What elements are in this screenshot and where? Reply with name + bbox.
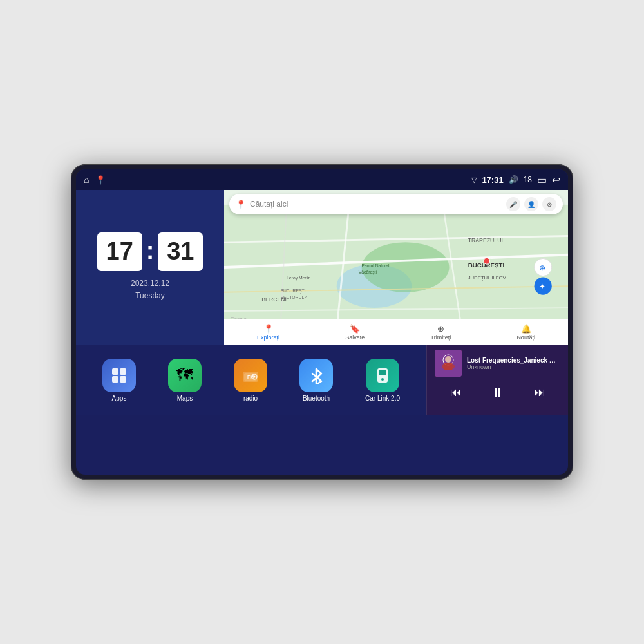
top-section: 17 : 31 2023.12.12 Tuesday (76, 190, 568, 345)
svg-rect-41 (444, 363, 452, 370)
music-title: Lost Frequencies_Janieck Devy-... (467, 357, 560, 364)
clock-minute: 31 (158, 232, 203, 271)
apps-icon (102, 359, 136, 392)
svg-point-40 (445, 356, 451, 363)
app-item-carlink[interactable]: Car Link 2.0 (365, 359, 400, 402)
music-player: Lost Frequencies_Janieck Devy-... Unknow… (426, 345, 568, 415)
status-time: 17:31 (482, 175, 503, 185)
svg-rect-35 (379, 370, 386, 375)
map-tab-noutati[interactable]: 🔔 Noutăți (516, 324, 535, 341)
map-search-bar[interactable]: 📍 Căutați aici 🎤 👤 ⊗ (229, 194, 563, 214)
next-button[interactable]: ⏭ (528, 381, 551, 404)
explorati-icon: 📍 (263, 324, 274, 334)
prev-button[interactable]: ⏮ (444, 381, 468, 404)
clock-hour: 17 (97, 232, 142, 271)
map-bottom-tabs: 📍 Explorați 🔖 Salvate ⊕ Trimiteți 🔔 (224, 319, 568, 345)
music-thumbnail (435, 350, 462, 377)
home-icon[interactable]: ⌂ (84, 175, 89, 185)
music-text: Lost Frequencies_Janieck Devy-... Unknow… (467, 357, 560, 370)
svg-rect-25 (112, 368, 118, 375)
trimiteti-label: Trimiteți (431, 334, 451, 341)
svg-point-19 (484, 258, 490, 264)
svg-rect-26 (120, 368, 126, 375)
map-tab-salvate[interactable]: 🔖 Salvate (345, 324, 365, 341)
explorati-label: Explorați (257, 334, 279, 341)
map-tab-explorati[interactable]: 📍 Explorați (257, 324, 279, 341)
music-controls: ⏮ ⏸ ⏭ (435, 381, 560, 404)
signal-icon: ▽ (471, 176, 477, 184)
bottom-section: Apps 🗺 Maps FM (76, 345, 568, 415)
svg-text:TRAPEZULUI: TRAPEZULUI (468, 237, 503, 243)
clock-date: 2023.12.12 Tuesday (131, 278, 169, 302)
volume-icon: 🔊 (509, 175, 518, 184)
trimiteti-icon: ⊕ (437, 324, 444, 334)
status-bar: ⌂ 📍 ▽ 17:31 🔊 18 ▭ ↩ (76, 169, 568, 190)
app-item-apps[interactable]: Apps (102, 359, 136, 402)
apps-label: Apps (112, 395, 127, 402)
app-item-radio[interactable]: FM radio (234, 359, 267, 402)
salvate-icon: 🔖 (350, 324, 360, 334)
carlink-icon (366, 359, 399, 392)
map-search-placeholder: Căutați aici (250, 200, 502, 209)
map-pin-icon: 📍 (236, 200, 246, 209)
account-icon[interactable]: 👤 (524, 197, 538, 211)
map-widget[interactable]: TRAPEZULUI BUCUREȘTI JUDEȚUL ILFOV BERCE… (224, 190, 568, 345)
voice-search-icon[interactable]: 🎤 (506, 197, 520, 211)
car-head-unit: ⌂ 📍 ▽ 17:31 🔊 18 ▭ ↩ 17 : (71, 164, 573, 480)
salvate-label: Salvate (345, 334, 365, 341)
clock-widget: 17 : 31 2023.12.12 Tuesday (76, 190, 224, 345)
battery-icon: ▭ (537, 174, 547, 186)
svg-text:⊕: ⊕ (539, 263, 545, 272)
clock-colon: : (146, 238, 155, 263)
maps-icon: 🗺 (168, 359, 202, 392)
maps-label: Maps (177, 395, 193, 402)
svg-point-33 (254, 375, 256, 377)
app-item-maps[interactable]: 🗺 Maps (168, 359, 202, 402)
bluetooth-icon (299, 359, 333, 392)
music-info-row: Lost Frequencies_Janieck Devy-... Unknow… (435, 350, 560, 377)
radio-label: radio (243, 395, 258, 402)
svg-text:BUCUREȘTI: BUCUREȘTI (280, 289, 305, 294)
bluetooth-label: Bluetooth (303, 395, 330, 402)
svg-point-36 (381, 378, 384, 381)
svg-text:Parcul Natural: Parcul Natural (362, 263, 390, 268)
svg-rect-28 (120, 376, 126, 383)
radio-icon: FM (234, 359, 267, 392)
svg-text:Văcărești: Văcărești (359, 270, 377, 275)
svg-text:JUDEȚUL ILFOV: JUDEȚUL ILFOV (468, 275, 507, 281)
back-icon[interactable]: ↩ (552, 174, 560, 186)
status-left-icons: ⌂ 📍 (84, 175, 106, 185)
layers-icon[interactable]: ⊗ (542, 197, 556, 211)
clock-digits: 17 : 31 (97, 232, 204, 271)
map-search-icons: 🎤 👤 ⊗ (506, 197, 556, 211)
music-artist: Unknown (467, 364, 560, 370)
svg-text:SECTORUL 4: SECTORUL 4 (280, 295, 307, 299)
app-item-bluetooth[interactable]: Bluetooth (299, 359, 333, 402)
main-area: 17 : 31 2023.12.12 Tuesday (76, 190, 568, 475)
volume-level: 18 (524, 175, 532, 184)
noutati-label: Noutăți (516, 334, 535, 341)
play-pause-button[interactable]: ⏸ (486, 381, 509, 404)
carlink-label: Car Link 2.0 (365, 395, 400, 402)
map-tab-trimiteti[interactable]: ⊕ Trimiteți (431, 324, 451, 341)
noutati-icon: 🔔 (521, 324, 531, 334)
svg-text:✦: ✦ (539, 282, 545, 290)
maps-icon[interactable]: 📍 (95, 175, 106, 185)
car-screen: ⌂ 📍 ▽ 17:31 🔊 18 ▭ ↩ 17 : (76, 169, 568, 475)
svg-rect-27 (112, 376, 118, 383)
svg-text:Leroy Merlin: Leroy Merlin (287, 276, 311, 281)
apps-section: Apps 🗺 Maps FM (76, 345, 426, 415)
status-right-info: ▽ 17:31 🔊 18 ▭ ↩ (471, 174, 560, 186)
